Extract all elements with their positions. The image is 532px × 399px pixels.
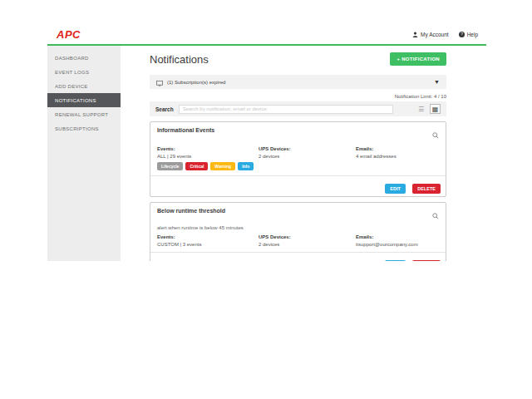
badge-info: Info bbox=[238, 162, 254, 170]
grid-view-icon[interactable]: ▦ bbox=[430, 104, 441, 114]
card-title: Below runtime threshold bbox=[157, 208, 225, 214]
sidebar: DASHBOARD EVENT LOGS ADD DEVICE NOTIFICA… bbox=[47, 46, 121, 261]
emails-value: itsupport@ourcompany.com bbox=[356, 242, 439, 247]
edit-button[interactable]: EDIT bbox=[385, 260, 406, 261]
svg-text:?: ? bbox=[461, 32, 463, 37]
help-icon: ? bbox=[459, 32, 465, 37]
sidebar-item-notifications[interactable]: NOTIFICATIONS bbox=[47, 93, 121, 107]
devices-value: 2 devices bbox=[259, 154, 356, 159]
search-label: Search bbox=[155, 106, 174, 112]
top-bar: APC My Account ? Help bbox=[47, 25, 486, 44]
devices-label: UPS Devices: bbox=[259, 234, 356, 239]
sidebar-item-renewal-support[interactable]: RENEWAL SUPPORT bbox=[47, 107, 121, 121]
sidebar-item-event-logs[interactable]: EVENT LOGS bbox=[47, 65, 121, 79]
devices-value: 2 devices bbox=[259, 242, 356, 247]
main-content: Notifications + NOTIFICATION (1) Subscri… bbox=[121, 46, 486, 261]
sidebar-item-dashboard[interactable]: DASHBOARD bbox=[47, 51, 121, 65]
sidebar-item-add-device[interactable]: ADD DEVICE bbox=[47, 79, 121, 93]
magnifier-icon[interactable] bbox=[432, 127, 439, 142]
emails-label: Emails: bbox=[356, 234, 439, 239]
sidebar-item-subscriptions[interactable]: SUBSCRIPTIONS bbox=[47, 121, 121, 135]
badge-lifecycle: Lifecycle bbox=[157, 162, 183, 170]
my-account-link[interactable]: My Account bbox=[412, 32, 449, 37]
search-input[interactable] bbox=[179, 105, 393, 114]
list-view-icon[interactable]: ☰ bbox=[416, 104, 426, 114]
events-label: Events: bbox=[157, 234, 259, 239]
apc-logo: APC bbox=[57, 28, 81, 41]
card-subtitle: alert when runtime is below 45 minutes bbox=[150, 223, 446, 230]
app-window: APC My Account ? Help DASHBOARD EVENT LO… bbox=[47, 25, 486, 261]
my-account-label: My Account bbox=[421, 32, 449, 37]
search-bar: Search ☰ ▦ bbox=[150, 101, 446, 116]
chevron-down-icon[interactable]: ▼ bbox=[434, 79, 440, 85]
delete-button[interactable]: DELETE bbox=[412, 260, 441, 261]
badge-critical: Critical bbox=[185, 162, 208, 170]
help-link[interactable]: ? Help bbox=[459, 32, 478, 37]
events-value: ALL | 29 events bbox=[157, 154, 259, 159]
notification-limit: Notification Limit: 4 / 10 bbox=[150, 94, 446, 99]
help-label: Help bbox=[467, 32, 478, 37]
emails-value: 4 email addresses bbox=[356, 154, 439, 159]
edit-button[interactable]: EDIT bbox=[385, 184, 406, 194]
emails-label: Emails: bbox=[356, 146, 439, 151]
devices-label: UPS Devices: bbox=[259, 146, 356, 151]
events-value: CUSTOM | 3 events bbox=[157, 242, 259, 247]
subscription-expired-banner[interactable]: (1) Subscription(s) expired ▼ bbox=[150, 75, 446, 89]
page-title: Notifications bbox=[150, 53, 209, 66]
events-label: Events: bbox=[157, 146, 259, 151]
banner-text: (1) Subscription(s) expired bbox=[167, 80, 225, 85]
user-icon bbox=[412, 32, 418, 37]
card-title: Informational Events bbox=[157, 127, 214, 133]
notification-card-informational-events: Informational Events Events: ALL | 29 ev… bbox=[150, 121, 446, 197]
device-monitor-icon bbox=[156, 75, 163, 90]
magnifier-icon[interactable] bbox=[432, 208, 439, 223]
notification-card-below-runtime-threshold: Below runtime threshold alert when runti… bbox=[150, 202, 446, 261]
add-notification-button[interactable]: + NOTIFICATION bbox=[390, 52, 446, 66]
delete-button[interactable]: DELETE bbox=[412, 184, 441, 194]
badge-warning: Warning bbox=[210, 162, 235, 170]
